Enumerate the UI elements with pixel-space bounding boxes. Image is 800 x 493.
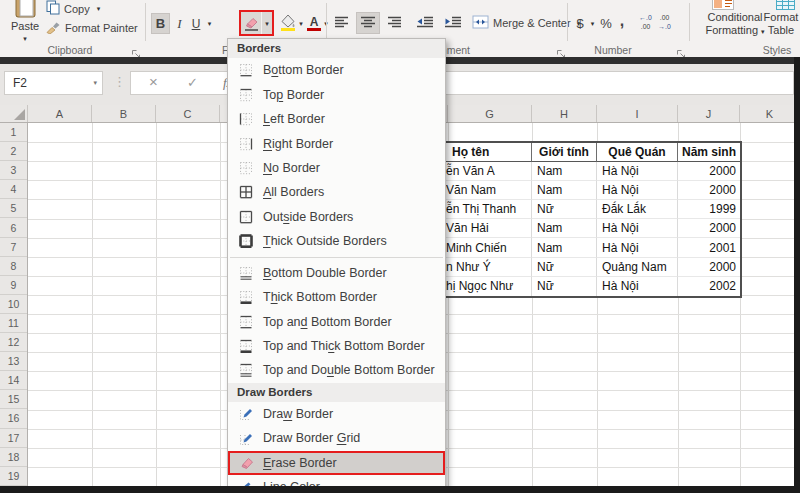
- table-cell[interactable]: Hà Nội: [597, 181, 678, 200]
- data-table[interactable]: Họ tênGiới tínhQuê QuánNăm sinhễn Văn AN…: [440, 141, 742, 298]
- menu-item-all-borders[interactable]: All Borders: [228, 180, 445, 204]
- menu-item-bottom-double-border[interactable]: Bottom Double Border: [228, 261, 445, 285]
- paste-dropdown-arrow[interactable]: ▾: [4, 35, 46, 42]
- number-dialog-launcher-icon[interactable]: [676, 45, 686, 55]
- row-header-17[interactable]: 17: [0, 429, 27, 448]
- table-cell[interactable]: 2001: [678, 238, 740, 257]
- row-header-6[interactable]: 6: [0, 218, 27, 237]
- fill-color-dropdown-arrow[interactable]: ▾: [296, 12, 306, 34]
- table-cell[interactable]: Minh Chiến: [442, 238, 532, 257]
- menu-item-outside-borders[interactable]: Outside Borders: [228, 205, 445, 229]
- row-header-9[interactable]: 9: [0, 276, 27, 295]
- percent-style-button[interactable]: %: [598, 12, 614, 34]
- row-header-5[interactable]: 5: [0, 199, 27, 218]
- column-header-K[interactable]: K: [740, 105, 800, 122]
- menu-item-top-and-bottom-border[interactable]: Top and Bottom Border: [228, 309, 445, 333]
- table-cell[interactable]: 2000: [678, 219, 740, 238]
- menu-item-top-and-double-bottom-border[interactable]: Top and Double Bottom Border: [228, 358, 445, 382]
- table-header-cell[interactable]: Giới tính: [532, 143, 597, 162]
- table-cell[interactable]: 1999: [678, 200, 740, 219]
- table-header-cell[interactable]: Họ tên: [442, 143, 532, 162]
- column-header-G[interactable]: G: [448, 105, 532, 122]
- table-cell[interactable]: Hà Nội: [597, 277, 678, 296]
- font-color-button[interactable]: A: [306, 12, 322, 34]
- table-cell[interactable]: Nữ: [532, 277, 597, 296]
- accounting-format-button[interactable]: $: [572, 12, 588, 34]
- row-header-14[interactable]: 14: [0, 371, 27, 390]
- row-header-13[interactable]: 13: [0, 352, 27, 371]
- table-cell[interactable]: Nữ: [532, 200, 597, 219]
- merge-center-button[interactable]: Merge & Center ▾: [472, 12, 580, 34]
- row-header-3[interactable]: 3: [0, 161, 27, 180]
- align-center-button[interactable]: [356, 12, 380, 34]
- menu-item-thick-outside-borders[interactable]: Thick Outside Borders: [228, 229, 445, 253]
- row-header-2[interactable]: 2: [0, 142, 27, 161]
- align-right-button[interactable]: [382, 12, 406, 34]
- table-cell[interactable]: Nam: [532, 238, 597, 257]
- table-cell[interactable]: Quảng Nam: [597, 258, 678, 277]
- increase-indent-button[interactable]: [440, 12, 466, 34]
- table-header-cell[interactable]: Quê Quán: [597, 143, 678, 162]
- table-cell[interactable]: Hà Nội: [597, 219, 678, 238]
- comma-style-button[interactable]: ,: [616, 10, 628, 32]
- menu-item-erase-border[interactable]: Erase Border: [228, 451, 445, 475]
- copy-dropdown-arrow[interactable]: ▾: [97, 5, 101, 12]
- row-header-12[interactable]: 12: [0, 333, 27, 352]
- row-header-11[interactable]: 11: [0, 314, 27, 333]
- table-cell[interactable]: hị Ngọc Như: [442, 277, 532, 296]
- table-cell[interactable]: Nam: [532, 162, 597, 181]
- row-header-8[interactable]: 8: [0, 257, 27, 276]
- cancel-icon[interactable]: ×: [149, 73, 158, 90]
- row-header-10[interactable]: 10: [0, 295, 27, 314]
- menu-item-draw-border[interactable]: Draw Border: [228, 402, 445, 426]
- underline-button[interactable]: U: [188, 13, 204, 34]
- column-header-A[interactable]: A: [28, 105, 92, 122]
- align-left-button[interactable]: [330, 12, 354, 34]
- clipboard-dialog-launcher-icon[interactable]: [131, 45, 141, 55]
- table-cell[interactable]: Nữ: [532, 258, 597, 277]
- column-header-H[interactable]: H: [532, 105, 597, 122]
- italic-button[interactable]: I: [172, 13, 187, 34]
- row-header-7[interactable]: 7: [0, 238, 27, 257]
- row-header-4[interactable]: 4: [0, 180, 27, 199]
- column-header-C[interactable]: C: [156, 105, 220, 122]
- menu-item-left-border[interactable]: Left Border: [228, 107, 445, 131]
- row-header-15[interactable]: 15: [0, 390, 27, 409]
- accounting-format-dropdown-arrow[interactable]: ▾: [588, 12, 597, 34]
- table-cell[interactable]: 2002: [678, 277, 740, 296]
- row-header-18[interactable]: 18: [0, 448, 27, 467]
- table-cell[interactable]: 2000: [678, 162, 740, 181]
- table-cell[interactable]: n Như Ý: [442, 258, 532, 277]
- formula-bar-grip[interactable]: ⋮: [113, 74, 126, 89]
- column-header-I[interactable]: I: [597, 105, 678, 122]
- table-cell[interactable]: 2000: [678, 258, 740, 277]
- decrease-indent-button[interactable]: [412, 12, 438, 34]
- table-header-cell[interactable]: Năm sinh: [678, 143, 740, 162]
- menu-item-no-border[interactable]: No Border: [228, 156, 445, 180]
- fill-color-button[interactable]: [279, 12, 297, 34]
- menu-item-draw-border-grid[interactable]: Draw Border Grid: [228, 426, 445, 450]
- table-cell[interactable]: Nam: [532, 181, 597, 200]
- menu-item-thick-bottom-border[interactable]: Thick Bottom Border: [228, 285, 445, 309]
- table-cell[interactable]: ễn Thị Thanh: [442, 200, 532, 219]
- table-cell[interactable]: 2000: [678, 181, 740, 200]
- menu-item-top-and-thick-bottom-border[interactable]: Top and Thick Bottom Border: [228, 334, 445, 358]
- row-header-16[interactable]: 16: [0, 409, 27, 428]
- format-as-table-button[interactable]: Format Table: [755, 11, 800, 37]
- menu-item-right-border[interactable]: Right Border: [228, 131, 445, 155]
- select-all-button[interactable]: [0, 105, 28, 122]
- bold-button[interactable]: B: [151, 13, 170, 34]
- format-painter-button[interactable]: Format Painter: [46, 19, 138, 36]
- column-header-J[interactable]: J: [678, 105, 740, 122]
- table-cell[interactable]: Đắk Lắk: [597, 200, 678, 219]
- underline-dropdown-arrow[interactable]: ▾: [204, 13, 215, 34]
- table-cell[interactable]: Hà Nội: [597, 238, 678, 257]
- table-cell[interactable]: Văn Hải: [442, 219, 532, 238]
- menu-item-top-border[interactable]: Top Border: [228, 82, 445, 106]
- copy-button[interactable]: Copy ▾: [46, 0, 100, 17]
- menu-item-bottom-border[interactable]: Bottom Border: [228, 58, 445, 82]
- alignment-dialog-launcher-icon[interactable]: [556, 45, 566, 55]
- table-cell[interactable]: Hà Nội: [597, 162, 678, 181]
- row-header-19[interactable]: 19: [0, 467, 27, 486]
- name-box-dropdown-arrow[interactable]: ▾: [93, 79, 97, 87]
